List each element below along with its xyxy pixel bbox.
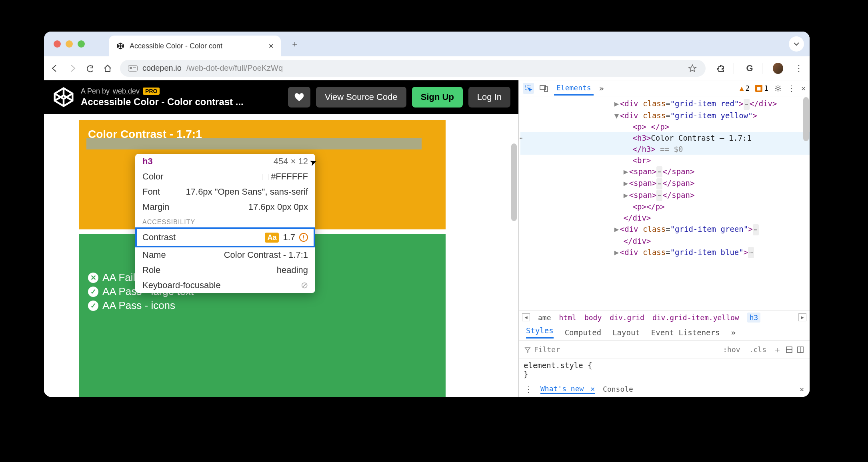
breadcrumb[interactable]: ◀ ame html body div.grid div.grid-item.y… bbox=[519, 311, 810, 324]
site-controls-icon[interactable] bbox=[128, 65, 138, 72]
name-label: Name bbox=[142, 250, 166, 260]
drawer-close-button[interactable]: ✕ bbox=[800, 385, 804, 393]
contrast-row: Contrast Aa 1.7 ! bbox=[135, 227, 315, 247]
bookmark-star-icon[interactable] bbox=[687, 63, 698, 74]
styles-filter-bar: Filter :hov .cls ＋ bbox=[519, 341, 810, 358]
color-value: #FFFFFF bbox=[262, 171, 308, 182]
crumb-item[interactable]: html bbox=[559, 313, 576, 322]
tooltip-dims: 454 × 12 bbox=[274, 156, 308, 167]
codepen-logo-icon[interactable] bbox=[52, 86, 75, 109]
role-value: heading bbox=[277, 265, 308, 275]
crumb-item[interactable]: div.grid-item.yellow bbox=[652, 313, 739, 322]
browser-tab[interactable]: Accessible Color - Color cont ✕ bbox=[109, 36, 281, 56]
content-split: A Pen by web.dev PRO Accessible Color - … bbox=[44, 80, 810, 397]
filter-placeholder: Filter bbox=[534, 345, 560, 354]
love-button[interactable] bbox=[288, 87, 310, 108]
browser-window: Accessible Color - Color cont ✕ ＋ codepe… bbox=[44, 32, 810, 397]
tooltip-tag: h3 bbox=[142, 156, 153, 167]
reload-button[interactable] bbox=[85, 63, 95, 74]
whats-new-tab[interactable]: What's new ✕ bbox=[540, 384, 595, 394]
devtools-panel: Elements » ▲2 ■1 ⋮ ✕ ▶<div class="grid-i… bbox=[518, 80, 810, 397]
crumb-scroll-right[interactable]: ▶ bbox=[798, 313, 806, 321]
styles-tab[interactable]: Styles bbox=[526, 326, 554, 339]
signup-button[interactable]: Sign Up bbox=[412, 87, 463, 108]
tab-list-button[interactable] bbox=[789, 36, 804, 52]
contrast-label: Contrast bbox=[142, 232, 176, 243]
forward-button[interactable] bbox=[67, 63, 78, 74]
profile-avatar[interactable] bbox=[773, 63, 783, 74]
home-button[interactable] bbox=[102, 63, 113, 74]
hov-toggle[interactable]: :hov bbox=[720, 344, 742, 355]
dom-tree[interactable]: ▶<div class="grid-item red">⋯</div> ▼<di… bbox=[519, 96, 810, 311]
new-tab-button[interactable]: ＋ bbox=[290, 38, 299, 50]
close-window-button[interactable] bbox=[54, 40, 61, 48]
computed-tab[interactable]: Computed bbox=[565, 328, 602, 337]
event-listeners-tab[interactable]: Event Listeners bbox=[651, 328, 720, 337]
titlebar: Accessible Color - Color cont ✕ ＋ bbox=[44, 32, 810, 56]
new-style-rule-button[interactable]: ＋ bbox=[773, 344, 782, 356]
layout-tab[interactable]: Layout bbox=[612, 328, 640, 337]
pass-icon: ✓ bbox=[88, 287, 98, 297]
crumb-item[interactable]: div.grid bbox=[610, 313, 644, 322]
page-scrollbar[interactable] bbox=[511, 143, 517, 221]
url-host: codepen.io bbox=[142, 64, 182, 73]
byline-author[interactable]: web.dev bbox=[113, 87, 140, 96]
styles-body[interactable]: element.style { } bbox=[519, 358, 810, 381]
extensions-icon[interactable] bbox=[716, 63, 726, 74]
kb-value-icon: ⊘ bbox=[301, 280, 308, 291]
issues-error[interactable]: ■1 bbox=[755, 84, 768, 92]
pen-title: Accessible Color - Color contrast ... bbox=[81, 96, 282, 108]
minimize-window-button[interactable] bbox=[66, 40, 73, 48]
devtools-settings-button[interactable] bbox=[774, 84, 782, 92]
devtools-close-button[interactable]: ✕ bbox=[801, 84, 806, 92]
inspect-tooltip: h3454 × 12 Color#FFFFFF Font17.6px "Open… bbox=[135, 154, 315, 293]
address-bar[interactable]: codepen.io/web-dot-dev/full/PoeKzWq bbox=[120, 60, 706, 77]
devtools-menu-button[interactable]: ⋮ bbox=[788, 84, 796, 93]
chrome-menu-button[interactable]: ⋮ bbox=[794, 63, 804, 74]
font-label: Font bbox=[142, 187, 160, 197]
font-value: 17.6px "Open Sans", sans-serif bbox=[186, 187, 308, 197]
back-button[interactable] bbox=[50, 63, 60, 74]
tab-close-button[interactable]: ✕ bbox=[268, 42, 274, 50]
styles-tabbar: Styles Computed Layout Event Listeners » bbox=[519, 324, 810, 341]
codepen-header: A Pen by web.dev PRO Accessible Color - … bbox=[44, 80, 518, 114]
toolbar: codepen.io/web-dot-dev/full/PoeKzWq G ⋮ bbox=[44, 56, 810, 80]
crumb-scroll-left[interactable]: ◀ bbox=[522, 313, 530, 321]
crumb-item-active[interactable]: h3 bbox=[747, 313, 761, 323]
elements-tab[interactable]: Elements bbox=[554, 81, 594, 96]
fail-icon: ✕ bbox=[88, 273, 98, 283]
url-path: /web-dot-dev/full/PoeKzWq bbox=[186, 64, 283, 73]
devtools-drawer: ⋮ What's new ✕ Console ✕ bbox=[519, 381, 810, 397]
styles-pane-mode-icon[interactable] bbox=[786, 346, 793, 353]
byline-prefix: A Pen by bbox=[81, 87, 110, 96]
svg-rect-4 bbox=[786, 347, 792, 352]
page-viewport: A Pen by web.dev PRO Accessible Color - … bbox=[44, 80, 518, 397]
role-label: Role bbox=[142, 265, 160, 275]
element-style-open: element.style { bbox=[524, 361, 805, 370]
page-body: Color Contrast - 1.7:1 ✕AA Fail - regula… bbox=[44, 114, 518, 397]
inspect-element-button[interactable] bbox=[523, 83, 534, 94]
name-value: Color Contrast - 1.7:1 bbox=[224, 250, 308, 260]
login-button[interactable]: Log In bbox=[468, 87, 510, 108]
color-label: Color bbox=[142, 171, 164, 182]
more-styles-tabs[interactable]: » bbox=[731, 328, 736, 337]
close-icon[interactable]: ✕ bbox=[590, 384, 595, 393]
svg-rect-2 bbox=[544, 87, 548, 92]
drawer-menu-button[interactable]: ⋮ bbox=[524, 384, 532, 394]
console-tab[interactable]: Console bbox=[603, 385, 633, 393]
crumb-item[interactable]: ame bbox=[538, 313, 551, 322]
codepen-favicon-icon bbox=[116, 42, 125, 50]
margin-value: 17.6px 0px 0px bbox=[248, 202, 308, 212]
crumb-item[interactable]: body bbox=[584, 313, 602, 322]
device-toolbar-button[interactable] bbox=[540, 85, 548, 92]
view-source-button[interactable]: View Source Code bbox=[316, 87, 406, 108]
styles-filter-input[interactable]: Filter bbox=[524, 345, 716, 354]
google-account-icon[interactable]: G bbox=[744, 63, 755, 74]
devtools-scrollbar[interactable] bbox=[803, 97, 809, 141]
styles-computed-toggle-icon[interactable] bbox=[797, 346, 804, 353]
svg-point-3 bbox=[777, 87, 779, 90]
issues-warning[interactable]: ▲2 bbox=[740, 84, 750, 92]
cls-toggle[interactable]: .cls bbox=[747, 344, 769, 355]
more-tabs-button[interactable]: » bbox=[599, 84, 604, 93]
maximize-window-button[interactable] bbox=[78, 40, 85, 48]
